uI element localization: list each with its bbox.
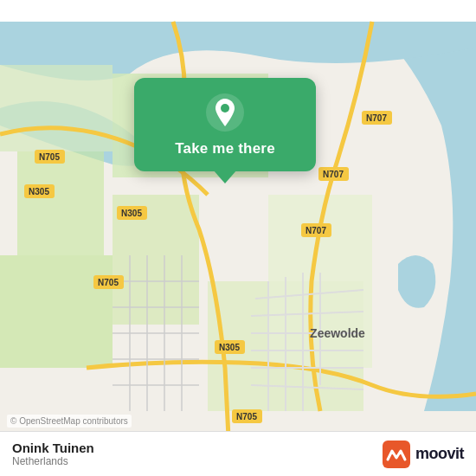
svg-text:N705: N705 [98, 278, 119, 287]
osm-credit: © OpenStreetMap contributors [7, 415, 132, 428]
svg-point-49 [221, 104, 229, 113]
location-country: Netherlands [12, 455, 94, 467]
map-svg: N305 N305 N305 N705 N705 N705 N705 N707 … [0, 0, 476, 476]
svg-text:N305: N305 [219, 343, 240, 352]
svg-text:N305: N305 [121, 209, 142, 218]
svg-rect-4 [0, 255, 113, 368]
svg-text:Zeewolde: Zeewolde [310, 326, 365, 340]
popup-label: Take me there [175, 140, 275, 158]
moovit-logo[interactable]: moovit [383, 441, 464, 468]
moovit-brand-icon [383, 441, 410, 468]
map-container: N305 N305 N305 N705 N705 N705 N705 N707 … [0, 0, 476, 476]
svg-text:N705: N705 [39, 152, 60, 162]
popup-card[interactable]: Take me there [134, 78, 316, 171]
svg-text:N707: N707 [306, 226, 326, 235]
svg-text:N305: N305 [29, 187, 49, 196]
svg-text:N707: N707 [366, 113, 387, 123]
svg-rect-2 [17, 151, 104, 255]
svg-text:N705: N705 [236, 412, 257, 421]
svg-rect-1 [0, 65, 113, 151]
location-name: Onink Tuinen [12, 441, 94, 455]
bottom-left: Onink Tuinen Netherlands [12, 441, 94, 467]
bottom-bar: Onink Tuinen Netherlands moovit [0, 431, 476, 476]
moovit-text: moovit [415, 445, 464, 463]
svg-text:N707: N707 [323, 170, 344, 179]
pin-icon [206, 93, 244, 132]
svg-rect-50 [383, 441, 410, 468]
